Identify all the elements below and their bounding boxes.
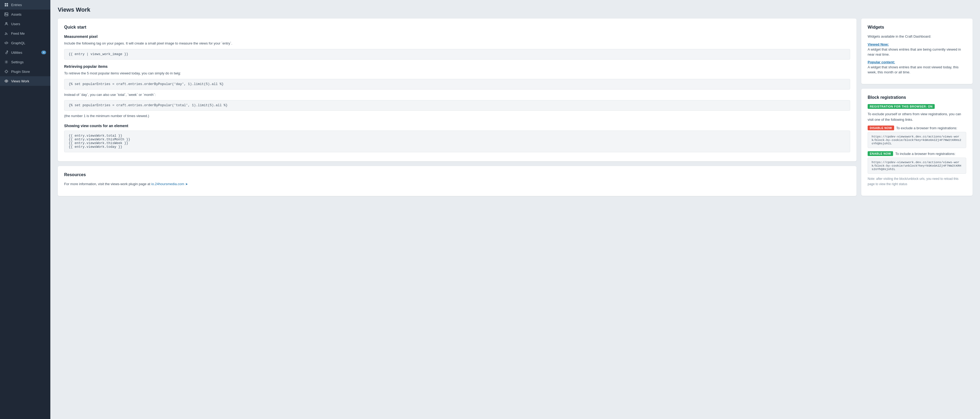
sidebar-item-settings[interactable]: Settings xyxy=(0,57,50,67)
measurement-pixel-code: {{ entry | views_work_image }} xyxy=(64,49,850,60)
content-grid: Quick start Measurement pixel Include th… xyxy=(58,19,972,196)
svg-line-8 xyxy=(6,41,6,44)
sidebar-label-views-work: Views Work xyxy=(11,79,29,83)
sidebar-label-utilities: Utilities xyxy=(11,51,22,54)
sidebar-item-views-work[interactable]: Views Work xyxy=(0,76,50,86)
external-link-icon: ➤ xyxy=(185,182,188,186)
sidebar-item-plugin-store[interactable]: Plugin Store xyxy=(0,67,50,76)
enable-action: ENABLE NOW To include a browser from reg… xyxy=(868,151,966,156)
svg-rect-1 xyxy=(6,3,8,5)
resources-link[interactable]: io.24hoursmedia.com ➤ xyxy=(151,182,188,186)
resources-title: Resources xyxy=(64,172,850,177)
block-reg-desc: To exclude yourself or others from view … xyxy=(868,111,966,123)
main-content: Views Work Quick start Measurement pixel… xyxy=(50,0,980,419)
right-column: Widgets Widgets available in the Craft D… xyxy=(861,19,972,196)
sidebar-item-utilities[interactable]: Utilities 4 xyxy=(0,48,50,57)
enable-now-badge: ENABLE NOW xyxy=(868,151,893,156)
page-title: Views Work xyxy=(58,6,972,13)
sidebar-label-entries: Entries xyxy=(11,3,22,7)
block-registrations-card: Block registrations REGISTRATION FOR THI… xyxy=(861,89,972,196)
user-icon xyxy=(4,22,8,26)
registration-on-badge: REGISTRATION FOR THIS BROWSER: ON xyxy=(868,104,935,109)
block-registrations-title: Block registrations xyxy=(868,95,966,100)
svg-point-9 xyxy=(6,62,7,62)
popular-items-code2: {% set popularEntries = craft.entries.or… xyxy=(64,100,850,111)
resources-card: Resources For more information, visit th… xyxy=(58,166,856,196)
disable-action: DISABLE NOW To exclude a browser from re… xyxy=(868,125,966,130)
widgets-title: Widgets xyxy=(868,25,966,30)
svg-point-10 xyxy=(6,81,7,82)
popular-content-link[interactable]: Popular content: xyxy=(868,60,895,64)
view-counts-heading: Showing view counts for an element xyxy=(64,124,850,128)
resources-description: For more information, visit the views-wo… xyxy=(64,181,850,187)
left-column: Quick start Measurement pixel Include th… xyxy=(58,19,856,196)
settings-icon xyxy=(4,60,8,64)
sidebar-label-feed-me: Feed Me xyxy=(11,32,25,35)
sidebar-label-users: Users xyxy=(11,22,20,26)
sidebar: Entries Assets Users Feed Me GraphQL Uti… xyxy=(0,0,50,419)
popular-content-desc: A widget that shows entries that are mos… xyxy=(868,65,966,75)
sidebar-item-graphql[interactable]: GraphQL xyxy=(0,38,50,48)
eye-icon xyxy=(4,79,8,83)
measurement-pixel-heading: Measurement pixel xyxy=(64,35,850,39)
code-icon xyxy=(4,41,8,45)
tool-icon xyxy=(4,50,8,54)
view-counts-code: {{ entry.viewsWork.total }} {{ entry.vie… xyxy=(64,130,850,152)
quick-start-title: Quick start xyxy=(64,25,850,30)
popular-items-desc2: Instead of `day`, you can also use `tota… xyxy=(64,92,850,98)
widgets-desc: Widgets available in the Craft Dashboard… xyxy=(868,34,966,40)
popular-items-desc1: To retrieve the 5 most popular items vie… xyxy=(64,71,850,76)
sidebar-label-plugin-store: Plugin Store xyxy=(11,70,30,74)
popular-items-desc3: (the number 1 is the minimum number of t… xyxy=(64,113,850,119)
sidebar-item-assets[interactable]: Assets xyxy=(0,10,50,19)
measurement-pixel-desc: Include the following tag on your pages.… xyxy=(64,41,850,46)
disable-desc: To exclude a browser from registrations: xyxy=(896,126,957,130)
sidebar-item-users[interactable]: Users xyxy=(0,19,50,29)
quick-start-card: Quick start Measurement pixel Include th… xyxy=(58,19,856,161)
svg-rect-0 xyxy=(5,3,6,5)
popular-items-code1: {% set popularEntries = craft.entries.or… xyxy=(64,79,850,89)
sidebar-item-feed-me[interactable]: Feed Me xyxy=(0,29,50,38)
svg-rect-3 xyxy=(6,5,8,6)
svg-rect-2 xyxy=(5,5,6,6)
disable-url: https://cpdev-viewswork.dev.cc/actions/v… xyxy=(868,132,966,148)
utilities-badge: 4 xyxy=(41,51,46,54)
widgets-card: Widgets Widgets available in the Craft D… xyxy=(861,19,972,84)
popular-items-heading: Retrieving popular items xyxy=(64,64,850,68)
sidebar-label-settings: Settings xyxy=(11,60,24,64)
puzzle-icon xyxy=(4,70,8,74)
svg-point-6 xyxy=(6,22,7,24)
viewed-now-link[interactable]: Viewed Now: xyxy=(868,42,889,46)
enable-desc: To include a browser from registrations: xyxy=(895,152,955,156)
block-reg-note: Note: after visiting the block/unblock u… xyxy=(868,176,966,186)
sidebar-label-graphql: GraphQL xyxy=(11,41,25,45)
disable-now-badge: DISABLE NOW xyxy=(868,125,894,130)
image-icon xyxy=(4,12,8,16)
sidebar-label-assets: Assets xyxy=(11,13,21,16)
sidebar-item-entries[interactable]: Entries xyxy=(0,0,50,10)
viewed-now-desc: A widget that shows entries that are bei… xyxy=(868,47,966,57)
grid-icon xyxy=(4,3,8,7)
svg-point-7 xyxy=(5,34,6,35)
rss-icon xyxy=(4,31,8,35)
enable-url: https://cpdev-viewswork.dev.cc/actions/v… xyxy=(868,157,966,174)
registration-status: REGISTRATION FOR THIS BROWSER: ON xyxy=(868,104,966,109)
